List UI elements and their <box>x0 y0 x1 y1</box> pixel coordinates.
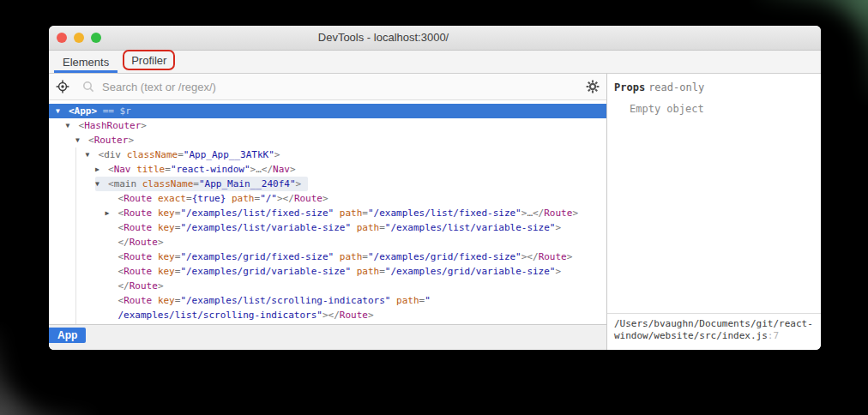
code-segment: "/examples/list/variable-size" <box>180 222 351 233</box>
tree-row[interactable]: <Route key="/examples/list/variable-size… <box>49 220 606 235</box>
code-segment: path <box>396 295 419 306</box>
code-segment <box>226 193 232 204</box>
code-segment: Nav <box>273 164 290 175</box>
tree-row[interactable]: /examples/list/scrolling-indicators"></R… <box>49 308 606 322</box>
search-input[interactable] <box>100 80 581 94</box>
code-segment: "/" <box>260 193 277 204</box>
code-segment: Route <box>124 266 152 277</box>
titlebar: DevTools - localhost:3000/ <box>49 26 821 51</box>
code-segment: "/examples/list/scrolling-indicators" <box>180 295 390 306</box>
code-segment: = <box>186 193 192 204</box>
code-segment: </ <box>118 280 130 292</box>
tree-row[interactable]: <Route key="/examples/list/scroll-to-ite… <box>49 322 606 324</box>
tree-row[interactable]: ▼<div className="App_App__3ATkK"> <box>49 147 606 162</box>
tree-row[interactable]: <Route exact={true} path="/"></Route> <box>49 191 606 206</box>
code-segment: {true} <box>192 193 226 204</box>
main-content: ▼<App> == $r▼<HashRouter>▼<Router>▼<div … <box>49 74 821 350</box>
breadcrumb-bar: App <box>49 324 606 350</box>
code-segment: path <box>232 193 255 204</box>
collapse-arrow-icon[interactable]: ▼ <box>56 104 69 118</box>
code-segment: key <box>158 208 175 219</box>
expand-arrow-icon[interactable]: ▶ <box>95 162 108 177</box>
code-segment: < <box>108 164 114 175</box>
source-location[interactable]: /Users/bvaughn/Documents/git/react-windo… <box>607 313 821 350</box>
search-icon <box>81 80 95 93</box>
code-segment <box>152 193 158 204</box>
collapse-arrow-icon[interactable]: ▼ <box>75 133 88 147</box>
code-segment: Router <box>94 135 129 146</box>
code-segment: HashRouter <box>84 120 141 131</box>
tree-row[interactable]: <Route key="/examples/grid/variable-size… <box>49 264 606 279</box>
tree-row[interactable]: <Route key="/examples/grid/fixed-size" p… <box>49 250 606 264</box>
code-segment: Route <box>130 280 158 292</box>
code-segment <box>152 222 158 233</box>
code-segment: Route <box>130 237 158 248</box>
code-segment: className <box>142 178 194 189</box>
props-title: Props <box>614 81 645 93</box>
maximize-button[interactable] <box>91 33 101 43</box>
settings-gear-icon[interactable] <box>586 80 600 93</box>
code-segment: /examples/list/scrolling-indicators" <box>118 310 322 321</box>
minimize-button[interactable] <box>74 33 84 43</box>
code-segment: path <box>340 208 363 219</box>
code-segment <box>351 222 357 233</box>
code-segment: </ <box>118 237 130 248</box>
code-segment: < <box>108 178 114 189</box>
tree-row[interactable]: ▼<main className="App_Main__240f4"> <box>49 177 606 191</box>
source-line-number: 7 <box>773 330 779 341</box>
tree-row[interactable]: ▶<Nav title="react-window">…</Nav> <box>49 162 606 177</box>
code-segment <box>136 178 142 189</box>
code-segment: > <box>141 120 147 131</box>
inspect-element-icon[interactable] <box>56 80 69 93</box>
collapse-arrow-icon[interactable]: ▼ <box>66 118 79 133</box>
code-segment: > <box>158 280 164 292</box>
devtools-window: DevTools - localhost:3000/ Elements Prof… <box>49 26 821 350</box>
code-segment <box>121 149 127 160</box>
code-segment <box>152 251 158 262</box>
code-segment: Route <box>124 295 152 306</box>
element-tree: ▼<App> == $r▼<HashRouter>▼<Router>▼<div … <box>49 100 606 324</box>
collapse-arrow-icon[interactable]: ▼ <box>86 147 99 162</box>
tree-row[interactable]: ▼<App> == $r <box>49 104 606 118</box>
code-segment: > <box>290 164 296 175</box>
tree-row[interactable]: <Route key="/examples/list/scrolling-ind… <box>49 293 606 308</box>
props-readonly-label: read-only <box>648 81 704 93</box>
code-segment: "/examples/list/fixed-size" <box>368 208 521 219</box>
inspected-element-pane: Propsread-only Empty object /Users/bvaug… <box>606 74 821 350</box>
close-button[interactable] <box>57 33 67 43</box>
code-segment: "react-window" <box>171 164 250 175</box>
code-segment: > <box>128 135 134 146</box>
tab-elements-label: Elements <box>63 56 109 69</box>
code-segment: = <box>193 178 199 189</box>
props-empty-object: Empty object <box>630 103 821 115</box>
code-segment: > <box>556 266 562 277</box>
code-segment: Route <box>539 251 567 262</box>
code-segment: Route <box>294 193 322 204</box>
code-segment <box>152 266 158 277</box>
code-segment: Route <box>124 193 152 204</box>
code-segment: "/examples/grid/variable-size" <box>180 266 351 277</box>
code-segment: key <box>158 251 175 262</box>
code-segment: Route <box>340 310 368 321</box>
tree-row[interactable]: </Route> <box>49 235 606 250</box>
collapse-arrow-icon[interactable]: ▼ <box>95 177 108 191</box>
code-segment: > <box>572 208 578 219</box>
code-segment: "/examples/grid/fixed-size" <box>180 251 334 262</box>
tree-row[interactable]: ▼<Router> <box>49 133 606 147</box>
code-segment: key <box>158 222 175 233</box>
tree-row[interactable]: ▼<HashRouter> <box>49 118 606 133</box>
tree-row[interactable]: </Route> <box>49 279 606 293</box>
code-segment: main <box>114 178 137 189</box>
code-segment: Route <box>124 208 152 219</box>
code-segment: > <box>322 193 329 204</box>
props-panel: Propsread-only Empty object <box>607 74 821 313</box>
expand-arrow-icon[interactable]: ▶ <box>105 206 118 220</box>
code-segment: == $r <box>97 105 131 117</box>
code-segment: key <box>158 266 175 277</box>
breadcrumb-app[interactable]: App <box>49 328 86 343</box>
code-segment <box>334 208 340 219</box>
tab-profiler[interactable]: Profiler <box>123 50 175 70</box>
code-segment: </ <box>533 208 544 219</box>
tab-elements[interactable]: Elements <box>54 51 118 73</box>
tree-row[interactable]: ▶<Route key="/examples/list/fixed-size" … <box>49 206 606 220</box>
